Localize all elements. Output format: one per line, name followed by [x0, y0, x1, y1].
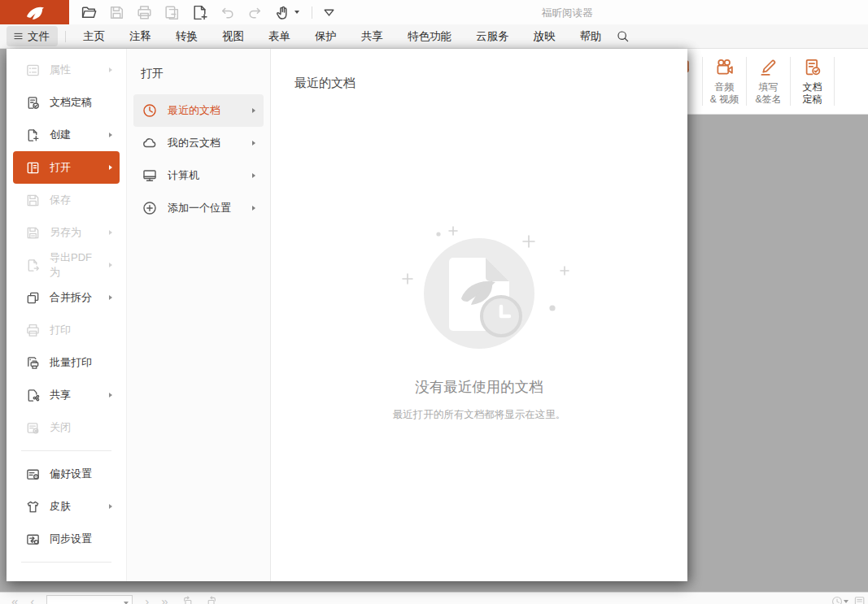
copy-page-icon	[164, 4, 181, 21]
foxit-logo[interactable]	[0, 0, 69, 24]
divider	[312, 7, 312, 19]
file-menu-item-open[interactable]: 打开	[13, 151, 120, 184]
file-menu-item-label: 打开	[50, 160, 71, 175]
share-icon	[25, 388, 41, 403]
folder-open-icon	[81, 4, 98, 21]
submenu-arrow-icon	[109, 133, 112, 137]
file-menu-item-properties[interactable]: 属性	[13, 54, 120, 86]
merge-icon	[25, 290, 41, 306]
file-menu-button-label: 文件	[28, 29, 50, 44]
qa-button-print[interactable]	[136, 4, 153, 21]
open-location-item-my-cloud-documents[interactable]: 我的云文档	[133, 127, 264, 159]
statusbar: « ‹	[0, 592, 868, 604]
file-menu-item-create[interactable]: 创建	[13, 119, 120, 151]
file-menu-item-label: 另存为	[50, 225, 81, 240]
cloud-icon	[142, 135, 158, 151]
menu-tab-convert[interactable]: 转换	[164, 24, 210, 49]
file-menu-item-share[interactable]: 共享	[13, 379, 120, 411]
menu-tab-help[interactable]: 帮助	[568, 24, 614, 49]
file-menu-item-save[interactable]: 保存	[13, 184, 120, 216]
menu-tab-cloud[interactable]: 云服务	[464, 24, 521, 49]
floppy-as-icon	[25, 225, 41, 241]
menu-tab-view[interactable]: 视图	[210, 24, 256, 49]
statusbar-control-first-page[interactable]: «	[11, 595, 18, 604]
menu-tab-features[interactable]: 特色功能	[395, 24, 464, 49]
doc-plus-icon	[25, 128, 41, 143]
statusbar-control-rotate-right[interactable]	[206, 595, 219, 604]
sync-icon	[25, 532, 41, 547]
open-location-item-add-a-place[interactable]: 添加一个位置	[133, 192, 264, 224]
submenu-arrow-icon	[252, 173, 255, 178]
statusbar-control-clipped-control[interactable]	[853, 595, 866, 604]
nav-glyph-icon: »	[161, 595, 168, 604]
statusbar-control-last-page[interactable]: »	[161, 595, 168, 604]
menu-tab-label: 特色功能	[408, 29, 451, 44]
qa-button-copy-page[interactable]	[164, 4, 181, 21]
qa-button-hand-tool[interactable]	[274, 4, 299, 21]
foxit-bird-icon	[24, 4, 46, 20]
menu-tab-home[interactable]: 主页	[71, 24, 117, 49]
file-menu-item-finalize-document[interactable]: 文档定稿	[13, 86, 120, 119]
file-menu-item-label: 属性	[50, 63, 71, 77]
ribbon-button-finalize-document[interactable]: 文档 定稿	[791, 49, 834, 114]
statusbar-control-next-page[interactable]: ›	[145, 595, 149, 604]
qa-button-customize-quick-access[interactable]	[321, 4, 338, 21]
recent-panel-title: 最近的文档	[294, 76, 355, 91]
file-menu-item-close[interactable]: 关闭	[13, 411, 120, 444]
submenu-arrow-icon	[109, 230, 112, 235]
export-icon	[25, 258, 41, 273]
file-menu-item-preferences[interactable]: 偏好设置	[13, 458, 120, 490]
qa-button-new-document[interactable]	[191, 4, 208, 21]
doc-check-icon	[25, 95, 41, 111]
statusbar-control-page-number-combobox[interactable]	[46, 595, 133, 604]
menu-tab-form[interactable]: 表单	[256, 24, 303, 49]
file-menu-item-skin[interactable]: 皮肤	[13, 490, 120, 523]
file-menu-overlay: 属性 文档定稿 创建 打开 保存	[7, 49, 687, 581]
ribbon-button-fill-sign[interactable]: 填写 &签名	[747, 49, 790, 114]
menu-tab-present[interactable]: 放映	[521, 24, 568, 49]
video-icon	[714, 57, 735, 77]
qa-button-open[interactable]	[81, 4, 98, 21]
partial-box-icon	[853, 595, 866, 604]
submenu-arrow-icon	[109, 295, 112, 300]
menu-tab-comment[interactable]: 注释	[117, 24, 164, 49]
ribbon-button-label: 文档 定稿	[803, 81, 822, 105]
statusbar-control-rotate-left[interactable]	[181, 595, 194, 604]
printer-icon	[25, 323, 41, 338]
add-place-icon	[142, 200, 158, 216]
file-menu-button[interactable]: 文件	[7, 26, 58, 46]
menu-tab-label: 放映	[534, 29, 556, 44]
file-menu-item-export-pdf[interactable]: 导出PDF为	[13, 249, 120, 281]
qa-button-save[interactable]	[108, 4, 125, 21]
qa-button-redo[interactable]	[246, 4, 264, 21]
open-location-item-computer[interactable]: 计算机	[133, 159, 264, 192]
menubar: 文件 主页 注释 转换 视图 表单 保护 共享 特色功能 云服务 放映	[0, 24, 868, 49]
empty-state-subtitle: 最近打开的所有文档都将显示在这里。	[271, 408, 687, 422]
file-menu-item-batch-print[interactable]: 批量打印	[13, 346, 120, 379]
page-number-combobox[interactable]	[46, 595, 133, 604]
statusbar-control-view-mode[interactable]	[831, 595, 848, 604]
statusbar-control-prev-page[interactable]: ‹	[30, 595, 34, 604]
nav-glyph-icon: ‹	[30, 595, 34, 604]
recent-documents-panel: 最近的文档	[271, 49, 687, 581]
submenu-arrow-icon	[109, 165, 112, 170]
computer-icon	[142, 167, 158, 184]
ribbon-search-button[interactable]	[616, 29, 630, 43]
ribbon-button-audio-video[interactable]: 音频 & 视频	[703, 49, 746, 114]
new-doc-icon	[191, 4, 208, 21]
submenu-arrow-icon	[252, 108, 255, 113]
file-menu-item-print[interactable]: 打印	[13, 314, 120, 346]
qa-button-undo[interactable]	[219, 4, 236, 21]
divider	[21, 450, 111, 451]
open-location-item-recent-documents[interactable]: 最近的文档	[133, 94, 264, 127]
menu-tab-protect[interactable]: 保护	[303, 24, 349, 49]
file-menu-item-merge-split[interactable]: 合并拆分	[13, 281, 120, 314]
ribbon-button-label: 音频 & 视频	[710, 81, 739, 105]
file-menu-item-save-as[interactable]: 另存为	[13, 216, 120, 249]
printer-icon	[136, 4, 153, 21]
file-menu-item-sync-settings[interactable]: 同步设置	[13, 523, 120, 555]
menu-tab-share[interactable]: 共享	[349, 24, 395, 49]
prefs-icon	[25, 467, 41, 482]
file-menu-item-label: 共享	[50, 388, 71, 402]
menu-tab-label: 转换	[176, 29, 198, 44]
